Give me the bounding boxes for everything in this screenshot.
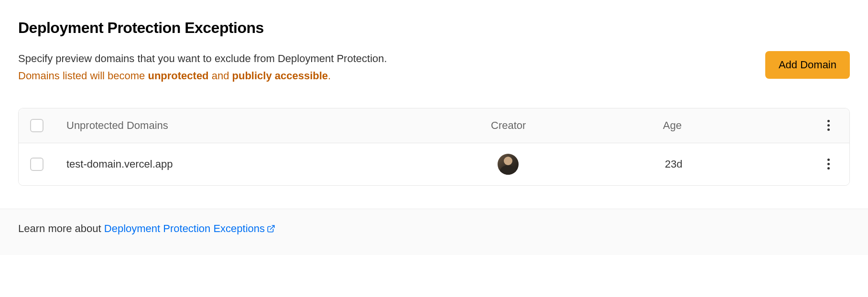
footer-prefix: Learn more about [18,223,104,234]
row-checkbox[interactable] [30,158,43,171]
age-cell: 23d [665,158,792,170]
warning-text: Domains listed will become unprotected a… [18,67,387,85]
more-vertical-icon[interactable] [821,120,836,131]
header-actions-cell [792,120,840,131]
description-block: Specify preview domains that you want to… [18,50,387,85]
footer-link-text: Deployment Protection Exceptions [104,223,265,234]
warning-bold-unprotected: unprotected [148,70,208,82]
creator-cell [491,154,663,175]
footer: Learn more about Deployment Protection E… [0,209,868,255]
add-domain-button[interactable]: Add Domain [765,51,850,79]
warning-prefix: Domains listed will become [18,70,148,82]
warning-suffix: . [328,70,331,82]
svg-line-0 [271,225,274,229]
domain-cell: test-domain.vercel.app [66,158,491,170]
select-all-checkbox[interactable] [30,119,43,132]
domains-table: Unprotected Domains Creator Age test-dom… [18,108,850,186]
external-link-icon [267,223,275,236]
warning-bold-public: publicly accessible [232,70,328,82]
warning-mid: and [209,70,232,82]
column-header-domains: Unprotected Domains [66,119,491,132]
avatar [498,154,519,175]
row-select-cell [28,158,66,171]
column-header-age: Age [663,119,792,132]
column-header-creator: Creator [491,119,663,132]
table-row: test-domain.vercel.app 23d [19,143,849,185]
row-actions-cell [792,159,840,170]
footer-link[interactable]: Deployment Protection Exceptions [104,223,275,234]
header-row: Specify preview domains that you want to… [18,50,850,85]
more-vertical-icon[interactable] [821,159,836,170]
page-title: Deployment Protection Exceptions [18,19,850,37]
table-header-row: Unprotected Domains Creator Age [19,108,849,143]
select-all-cell [28,119,66,132]
description-text: Specify preview domains that you want to… [18,50,387,67]
